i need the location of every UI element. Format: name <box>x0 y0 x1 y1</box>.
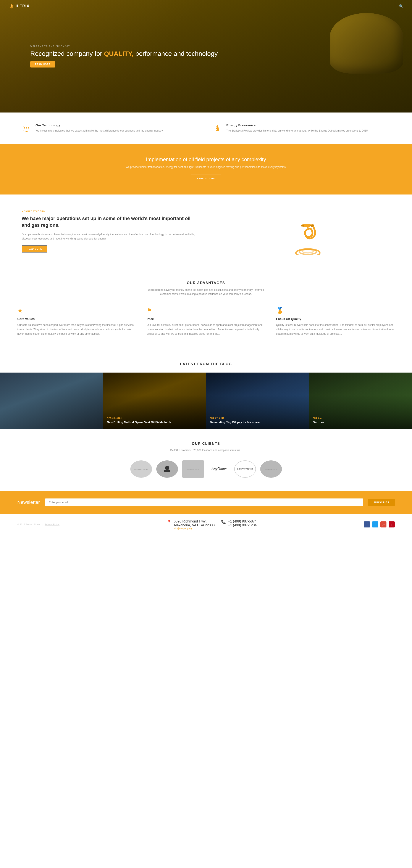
navbar: ILERIX ☰ 🔍 <box>0 0 412 12</box>
client-logo-5: COMPANY NAME <box>234 460 256 478</box>
blog-post-1-date: FEB 19, 2015 <box>4 417 99 419</box>
hero-title: Recognized company for QUALITY, performa… <box>30 49 217 58</box>
clients-grid: company name company name AnyName COMPAN… <box>17 460 395 478</box>
client-logo-4: AnyName <box>208 460 230 478</box>
feature-technology-text: Our Technology We invest in technologies… <box>35 123 163 133</box>
flag-icon: ⚑ <box>147 307 265 314</box>
client-logo-3: company name <box>182 460 204 478</box>
svg-rect-4 <box>28 127 29 128</box>
newsletter-subscribe-button[interactable]: SUBSCRIBE <box>368 499 395 506</box>
cta-banner-section: Implementation of oil field projects of … <box>0 144 412 194</box>
facebook-button[interactable]: f <box>364 521 370 527</box>
footer-social: f t g+ p <box>364 521 395 527</box>
svg-point-15 <box>302 249 313 253</box>
logo[interactable]: ILERIX <box>9 3 29 9</box>
svg-point-16 <box>165 466 169 470</box>
blog-section: LATEST FROM THE BLOG FEB 19, 2015 The No… <box>0 349 412 429</box>
blog-post-2[interactable]: APR 20, 2014 New Drilling Method Opens V… <box>103 373 206 429</box>
advantage-quality-text: Quality is focal in every little aspect … <box>276 323 395 336</box>
svg-rect-5 <box>24 128 25 129</box>
newsletter-section: Newsletter SUBSCRIBE <box>0 491 412 514</box>
hero-content: WELCOME TO OUR PHARMACY! Recognized comp… <box>0 45 217 67</box>
advantage-pace-title: Pace <box>147 317 265 321</box>
advantages-subtitle: We're here to save your money on the top… <box>148 288 265 296</box>
hero-welcome-text: WELCOME TO OUR PHARMACY! <box>30 45 217 47</box>
blog-post-4-title: Ser... son... <box>313 421 408 424</box>
footer-email[interactable]: info@company.org <box>174 527 214 530</box>
feature-economics-text: Energy Economics The Statistical Review … <box>227 123 369 133</box>
footer-phone: 📞 +1 (499) 987-5874 +1 (499) 987-1234 <box>221 520 257 530</box>
blog-post-3-content: FEB 17, 2015 Demanding 'Big Oil' pay its… <box>206 412 309 429</box>
svg-rect-8 <box>26 131 28 131</box>
svg-point-12 <box>313 226 315 228</box>
manufacturers-readmore-button[interactable]: READ MORE <box>22 245 47 252</box>
hero-title-part1: Recognized company for <box>30 50 104 57</box>
medal-icon: 🏅 <box>276 307 395 314</box>
newsletter-email-input[interactable] <box>45 498 363 506</box>
client-logo-6: company name <box>260 460 282 478</box>
technology-icon <box>22 123 32 133</box>
advantage-pace: ⚑ Pace Our love for detailed, bullet-poi… <box>147 307 265 336</box>
nav-actions: ☰ 🔍 <box>393 4 403 8</box>
feature-economics: Energy Economics The Statistical Review … <box>213 123 390 133</box>
client-2-icon <box>162 465 173 473</box>
advantage-grid: ★ Core Values Our core values have been … <box>17 307 395 336</box>
hero-tank-shape <box>330 13 403 73</box>
svg-rect-11 <box>301 225 304 226</box>
footer-address-line2: Alexandria, VA USA 22303 <box>174 523 214 527</box>
hero-section: WELCOME TO OUR PHARMACY! Recognized comp… <box>0 0 412 113</box>
economics-icon <box>213 123 223 133</box>
blog-post-2-date: APR 20, 2014 <box>107 417 202 419</box>
footer-phone2: +1 (499) 987-1234 <box>228 523 257 527</box>
blog-post-1-content: FEB 19, 2015 The North American Auto Sho… <box>0 412 103 429</box>
menu-icon[interactable]: ☰ <box>393 4 396 8</box>
manufacturers-section: MANUFACTURERS We have major operations s… <box>0 194 412 268</box>
manufacturers-content: MANUFACTURERS We have major operations s… <box>22 210 200 252</box>
advantage-quality: 🏅 Focus On Quality Quality is focal in e… <box>276 307 395 336</box>
blog-post-4-date: FEB 1... <box>313 417 408 419</box>
svg-rect-2 <box>24 127 25 128</box>
blog-post-1[interactable]: FEB 19, 2015 The North American Auto Sho… <box>0 373 103 429</box>
manufacturers-title: We have major operations set up in some … <box>22 215 200 229</box>
manufacturers-image <box>213 208 390 255</box>
contact-us-button[interactable]: CONTACT US <box>191 175 221 182</box>
logo-text: ILERIX <box>16 4 29 8</box>
svg-rect-6 <box>26 128 27 129</box>
hero-cta-button[interactable]: READ MORE <box>30 61 55 67</box>
svg-rect-3 <box>26 127 27 128</box>
cta-title: Implementation of oil field projects of … <box>9 156 403 162</box>
svg-rect-17 <box>164 470 170 472</box>
footer-contact-info: 📍 6096 Richmond Hwy., Alexandria, VA USA… <box>167 520 257 530</box>
feature-economics-title: Energy Economics <box>227 123 369 127</box>
search-icon[interactable]: 🔍 <box>399 4 403 8</box>
blog-post-1-overlay <box>0 373 103 429</box>
pinterest-button[interactable]: p <box>389 521 395 527</box>
blog-post-4[interactable]: FEB 1... Ser... son... <box>309 373 412 429</box>
footer-address-line1: 6096 Richmond Hwy., <box>174 520 214 523</box>
footer-copyright: © 2017 Terms of Use <box>17 523 40 526</box>
footer-privacy-link[interactable]: Privacy Policy <box>45 523 59 526</box>
blog-title: LATEST FROM THE BLOG <box>17 362 395 366</box>
advantage-pace-text: Our love for detailed, bullet-point prep… <box>147 323 265 336</box>
googleplus-button[interactable]: g+ <box>380 521 386 527</box>
blog-post-1-title: The North American Auto Show will take p… <box>4 421 99 424</box>
svg-point-14 <box>299 249 317 254</box>
clients-section: OUR CLIENTS 15,000 customers + 20,000 lo… <box>0 429 412 491</box>
manufacturers-text: Our upstream business combines technolog… <box>22 232 200 241</box>
client-logo-1: company name <box>130 460 152 478</box>
svg-rect-9 <box>25 131 28 132</box>
blog-grid: FEB 19, 2015 The North American Auto Sho… <box>0 373 412 429</box>
hero-title-highlight: QUALITY, <box>104 50 134 57</box>
blog-post-3-title: Demanding 'Big Oil' pay its fair share <box>210 421 305 424</box>
location-icon: 📍 <box>167 520 172 524</box>
footer: © 2017 Terms of Use | Privacy Policy 📍 6… <box>0 514 412 535</box>
footer-phone1: +1 (499) 987-5874 <box>228 520 257 523</box>
blog-post-3[interactable]: FEB 17, 2015 Demanding 'Big Oil' pay its… <box>206 373 309 429</box>
blog-post-1-bg <box>0 373 103 429</box>
cta-text: We provide fuel for transportation, ener… <box>9 165 403 168</box>
twitter-button[interactable]: t <box>372 521 378 527</box>
advantages-title: OUR ADVANTAGES <box>17 281 395 285</box>
footer-address: 📍 6096 Richmond Hwy., Alexandria, VA USA… <box>167 520 214 530</box>
feature-economics-desc: The Statistical Review provides historic… <box>227 129 369 133</box>
hero-title-part2: performance and technology <box>134 50 218 57</box>
